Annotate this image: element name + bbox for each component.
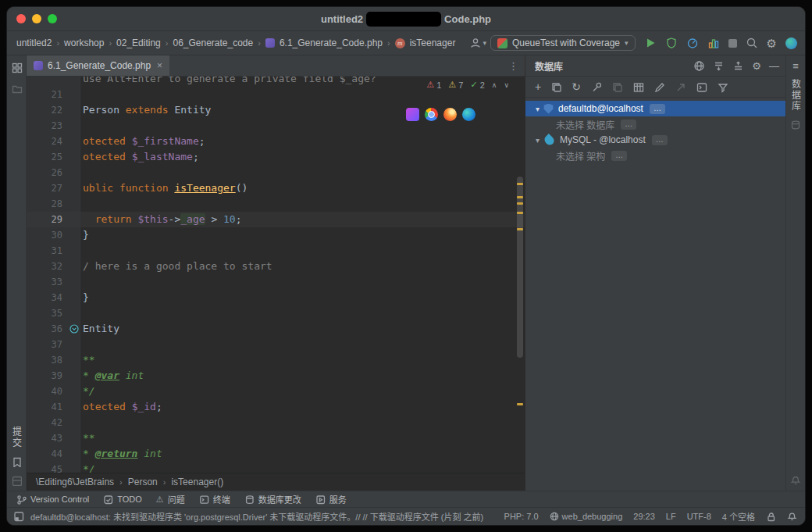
expand-all-icon[interactable] [713,60,725,72]
nav-crumb-02-editing[interactable]: 02_Editing [116,37,161,48]
nav-crumb-project[interactable]: untitled2 [16,37,52,48]
line-number[interactable]: 40 [27,384,69,399]
warning-stripe-mark[interactable] [517,212,523,214]
tool-window-switcher-icon[interactable] [13,511,24,522]
code-line[interactable]: 42 [27,415,525,430]
line-number[interactable]: 35 [27,305,69,321]
warning-stripe-mark[interactable] [517,403,523,405]
tool-window-button-todo[interactable]: TODO [103,495,142,505]
code-line[interactable]: 35 [27,305,525,321]
code-line[interactable]: 24otected $_firstName; [27,134,525,149]
code-line[interactable]: 28 [27,196,525,212]
notifications-tool-button[interactable] [790,475,801,486]
line-number[interactable] [27,77,69,87]
nav-crumb-06-generate-code[interactable]: 06_Generate_code [173,37,253,48]
profiler-button[interactable] [686,37,699,49]
stop-button[interactable] [728,39,737,48]
database-tool-button[interactable]: 数据库 [789,79,803,112]
ellipsis-badge[interactable]: … [652,135,668,145]
code-line[interactable]: 45*/ [27,462,525,473]
bookmark-icon[interactable] [11,456,22,467]
line-number[interactable]: 41 [27,399,69,415]
panel-settings-gear-icon[interactable]: ⚙ [752,61,761,71]
next-issue-button[interactable]: ∨ [504,81,509,89]
line-number[interactable]: 21 [27,87,69,102]
nav-crumb-file[interactable]: 6.1_Generate_Code.php [280,37,383,48]
run-configuration-select[interactable]: QueueTest with Coverage ▾ [490,35,636,51]
tool-window-button-database-changes[interactable]: 数据库更改 [244,493,301,505]
line-number[interactable]: 27 [27,180,69,196]
zoom-window-button[interactable] [48,14,57,23]
chevron-down-icon[interactable]: ▾ [532,136,543,145]
encoding-widget[interactable]: UTF-8 [687,512,711,521]
menu-hamburger-icon[interactable]: ≡ [792,61,799,71]
close-tab-icon[interactable]: × [157,60,162,71]
line-number[interactable]: 30 [27,227,69,243]
warning-stripe-mark[interactable] [517,196,523,198]
phpstorm-browser-icon[interactable] [406,108,419,121]
tool-window-button-version-control[interactable]: Version Control [16,495,89,505]
db-tree-row[interactable]: 未选择 架构… [525,148,785,163]
user-account-button[interactable]: ▾ [469,37,486,49]
tool-window-button-services[interactable]: 服务 [315,493,347,505]
editor-tab-active[interactable]: 6.1_Generate_Code.php × [27,55,169,76]
line-number[interactable]: 39 [27,368,69,384]
code-line[interactable]: 30} [27,227,525,243]
line-number[interactable]: 24 [27,134,69,149]
settings-gear-icon[interactable]: ⚙ [767,37,777,49]
bell-icon[interactable] [787,512,797,522]
server-widget[interactable]: web_debugging [550,512,623,521]
line-number[interactable]: 32 [27,259,69,274]
breadcrumb-class[interactable]: Person [128,477,158,487]
add-data-source-button[interactable]: + [535,81,541,92]
line-number[interactable]: 23 [27,118,69,134]
line-number[interactable]: 25 [27,149,69,165]
chrome-icon[interactable] [425,108,438,121]
line-number[interactable]: 29 [27,212,69,227]
code-line[interactable]: 39* @var int [27,368,525,384]
line-number[interactable]: 31 [27,243,69,259]
line-number[interactable]: 44 [27,446,69,462]
tab-options-kebab-icon[interactable]: ⋮ [508,60,525,72]
code-line[interactable]: 40*/ [27,384,525,399]
folder-tool-button[interactable] [11,83,23,95]
data-source-properties-icon[interactable] [590,81,602,93]
php-version-widget[interactable]: PHP: 7.0 [504,512,539,521]
line-number[interactable]: 38 [27,352,69,368]
code-line[interactable]: 38** [27,352,525,368]
lock-icon[interactable] [766,512,776,522]
project-tool-button[interactable] [11,62,23,73]
chevron-down-icon[interactable]: ▾ [532,105,543,113]
ellipsis-badge[interactable]: … [611,151,627,161]
code-with-me-icon[interactable] [785,37,797,49]
collapse-all-icon[interactable] [732,60,744,72]
hide-panel-icon[interactable]: — [769,60,779,72]
warning-stripe-mark[interactable] [517,228,523,230]
line-separator-widget[interactable]: LF [666,512,676,521]
run-button[interactable] [644,37,657,49]
line-number[interactable]: 43 [27,430,69,446]
code-line[interactable]: 33 [27,274,525,290]
caret-position-widget[interactable]: 29:23 [633,512,655,521]
line-number[interactable]: 33 [27,274,69,290]
code-line[interactable]: 44* @return int [27,446,525,462]
subclassed-gutter-icon[interactable] [69,324,79,334]
nav-crumb-workshop[interactable]: workshop [64,37,104,48]
tool-window-button-terminal[interactable]: 终端 [199,493,230,505]
tool-window-button-problems[interactable]: ⚠ 问题 [156,493,185,505]
search-everywhere-button[interactable] [746,37,758,49]
code-line[interactable]: 32/ here is a good place to start [27,259,525,274]
filter-funnel-icon[interactable] [717,81,728,93]
code-line[interactable]: 41otected $_id; [27,399,525,415]
indent-widget[interactable]: 4 个空格 [722,510,755,523]
code-line[interactable]: 31 [27,243,525,259]
code-line[interactable]: 25otected $_lastName; [27,149,525,165]
structure-tool-button[interactable] [11,475,22,486]
globe-icon[interactable] [693,60,705,72]
line-number[interactable]: 36 [27,321,69,337]
line-number[interactable]: 42 [27,415,69,430]
table-view-icon[interactable] [632,81,644,93]
line-number[interactable]: 37 [27,337,69,352]
duplicate-icon[interactable] [550,81,562,93]
code-line[interactable]: 34} [27,290,525,305]
